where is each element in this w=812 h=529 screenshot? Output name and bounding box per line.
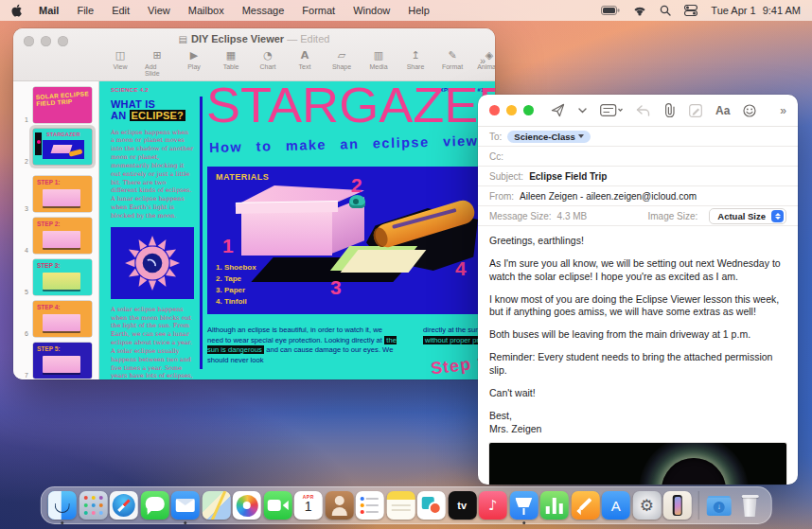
dock-reminders[interactable] [356, 491, 384, 520]
slide-thumbnail-7[interactable]: 7 STEP 5: [13, 341, 99, 379]
slide-thumbnail-6[interactable]: 6 STEP 4: [13, 299, 99, 339]
menu-message[interactable]: Message [242, 5, 285, 16]
zoom-button[interactable] [523, 105, 534, 115]
music-icon [479, 491, 507, 520]
menu-help[interactable]: Help [408, 5, 430, 16]
dock-pages[interactable] [571, 491, 599, 520]
slide-thumbnail-5[interactable]: 5 STEP 3: [13, 257, 99, 297]
view-button[interactable]: View [108, 49, 132, 77]
control-center-icon[interactable] [684, 5, 697, 16]
document-proxy-icon[interactable]: ▤ [179, 34, 187, 44]
slide-thumbnail-2-selected[interactable]: 2 STARGAZER [13, 127, 99, 167]
share-button[interactable]: Share [403, 49, 428, 77]
body-paragraph: Can't wait! [489, 387, 786, 400]
apple-menu-icon[interactable] [11, 4, 24, 17]
menu-edit[interactable]: Edit [112, 5, 130, 16]
format-button[interactable]: Aa [715, 104, 730, 117]
dock-facetime[interactable] [263, 491, 291, 520]
column-divider [200, 97, 203, 369]
shoebox-front [241, 212, 332, 256]
menu-file[interactable]: File [77, 5, 94, 16]
subject-field[interactable]: Subject: Eclipse Field Trip [478, 167, 798, 186]
dock-maps[interactable] [202, 491, 230, 520]
token-chevron-icon [578, 134, 584, 138]
dock-tv[interactable] [448, 491, 476, 520]
image-size-select[interactable]: Actual Size [709, 208, 786, 224]
diagram-number-3: 3 [330, 276, 342, 299]
slide-subtitle: How to make an eclipse viewer! [209, 132, 495, 155]
shoebox-lid-top [239, 185, 364, 203]
minimize-button[interactable] [506, 105, 517, 115]
reminders-icon [356, 491, 384, 520]
text-icon [301, 49, 309, 62]
apple-tv-icon [448, 491, 476, 520]
document-title: DIY Eclipse Viewer [191, 33, 284, 44]
menubar-clock[interactable]: Tue Apr 1 9:41 AM [711, 5, 801, 16]
eclipse-photo-attachment[interactable] [489, 443, 786, 485]
dock-app-store[interactable] [602, 491, 630, 520]
dock-photos[interactable] [233, 491, 261, 520]
dock-keynote[interactable] [509, 491, 538, 520]
mail-toolbar: Aa » [478, 95, 798, 127]
menu-mail[interactable]: Mail [39, 5, 59, 16]
dock-freeform[interactable] [417, 491, 446, 520]
dock-finder[interactable] [48, 491, 77, 520]
dock-mail[interactable] [171, 491, 200, 520]
dock-launchpad[interactable] [79, 491, 107, 520]
photos-icon [233, 491, 261, 520]
dock-numbers[interactable] [540, 491, 569, 520]
text-button[interactable]: Text [292, 49, 317, 77]
from-field[interactable]: From: Aileen Zeigen - aileen.zeigen@iclo… [478, 186, 798, 206]
toolbar-overflow-button[interactable]: » [780, 104, 786, 117]
attach-button[interactable] [663, 103, 676, 117]
trash-icon [735, 491, 764, 520]
chart-button[interactable]: Chart [256, 49, 280, 77]
header-fields-button[interactable] [600, 104, 623, 116]
battery-icon[interactable] [601, 6, 620, 15]
media-button[interactable]: Media [366, 49, 391, 77]
dock-system-settings[interactable] [632, 491, 661, 520]
to-field[interactable]: To: Science-Class [478, 127, 798, 147]
cc-field[interactable]: Cc: [478, 147, 798, 167]
slide-thumbnail-1[interactable]: 1 SOLAR ECLIPSE FIELD TRIP [13, 85, 99, 125]
sun-illustration [111, 227, 194, 299]
menu-format[interactable]: Format [302, 5, 335, 16]
message-body[interactable]: Greetings, earthlings! As I'm sure you a… [478, 226, 798, 435]
keynote-titlebar[interactable]: ▤DIY Eclipse Viewer — Edited View Add Sl… [13, 28, 495, 81]
format-button[interactable]: Format [440, 49, 465, 77]
table-button[interactable]: Table [219, 49, 243, 77]
search-icon[interactable] [660, 5, 671, 16]
slide-canvas[interactable]: SCIENCE 4.2 EXPERIMENT #11 WHAT IS AN EC… [99, 81, 495, 379]
wifi-icon[interactable] [633, 6, 646, 16]
emoji-button[interactable] [743, 104, 756, 117]
slide-thumbnail-3[interactable]: 3 STEP 1: [13, 174, 99, 214]
send-button[interactable] [551, 103, 565, 117]
what-is-heading: WHAT IS AN ECLIPSE? [111, 98, 194, 122]
recipient-token[interactable]: Science-Class [507, 131, 590, 143]
dock-calendar[interactable]: APR1 [294, 491, 323, 520]
dock-music[interactable] [479, 491, 507, 520]
menu-view[interactable]: View [148, 5, 170, 16]
dock-contacts[interactable] [325, 491, 353, 520]
menubar-time: 9:41 AM [763, 5, 801, 16]
close-button[interactable] [489, 105, 500, 115]
dock-downloads[interactable] [705, 491, 733, 520]
menu-window[interactable]: Window [353, 5, 390, 16]
dock-notes[interactable] [386, 491, 415, 520]
toolbar-overflow-button[interactable]: » [480, 55, 485, 66]
chart-icon [263, 49, 273, 62]
play-button[interactable]: Play [182, 49, 206, 77]
dock-messages[interactable] [140, 491, 168, 520]
menu-mailbox[interactable]: Mailbox [188, 5, 224, 16]
dock-trash[interactable] [735, 491, 764, 520]
shape-button[interactable]: Shape [329, 49, 354, 77]
desktop: Mail File Edit View Mailbox Message Form… [0, 0, 812, 529]
send-options-chevron-icon[interactable] [578, 108, 587, 114]
slide-thumbnail-4[interactable]: 4 STEP 2: [13, 216, 99, 256]
add-slide-button[interactable]: Add Slide [145, 49, 169, 77]
slide-navigator[interactable]: 1 SOLAR ECLIPSE FIELD TRIP 2 STARGAZER 3 [13, 81, 99, 379]
body-signature: Mrs. Zeigen [489, 423, 786, 436]
dock-safari[interactable] [110, 491, 138, 520]
dock-iphone-mirroring[interactable] [663, 491, 692, 520]
selected-slide-highlight: STARGAZER [29, 125, 96, 168]
